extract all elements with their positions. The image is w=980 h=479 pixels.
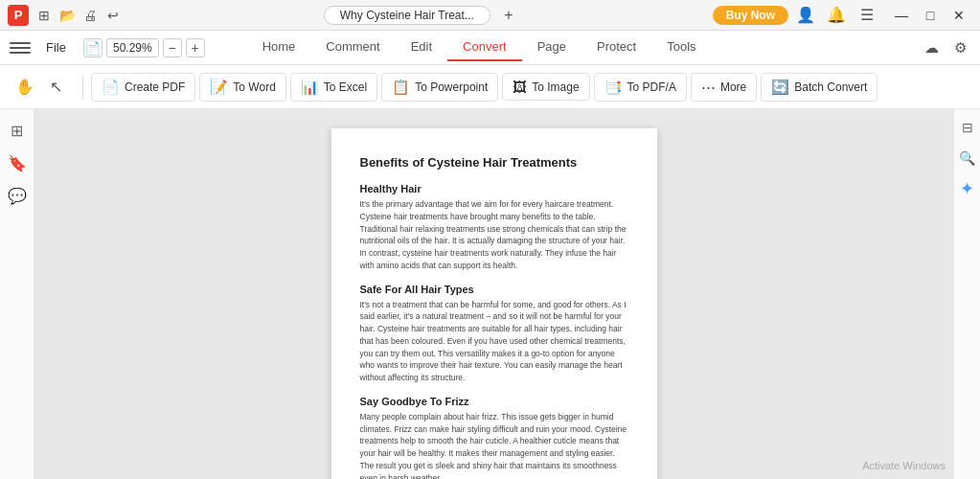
menubar: File 📄 50.29% − + Home Comment Edit Conv… (0, 31, 980, 65)
tab-comment[interactable]: Comment (310, 34, 395, 61)
file-menu[interactable]: File (38, 36, 74, 58)
settings-icon[interactable]: ⚙ (949, 37, 970, 58)
zoom-out-btn[interactable]: − (163, 38, 182, 57)
section-1-title: Safe For All Hair Types (360, 284, 628, 295)
main-content-area: Benefits of Cysteine Hair Treatments Hea… (34, 109, 953, 479)
pdf-page: Benefits of Cysteine Hair Treatments Hea… (331, 128, 657, 479)
sidebar-right: ⊟ 🔍 ✦ (953, 109, 980, 479)
print-btn[interactable]: 🖨 (80, 6, 100, 25)
section-2-text: Many people complain about hair frizz. T… (360, 411, 628, 479)
tab-tools[interactable]: Tools (651, 34, 711, 61)
tab-home[interactable]: Home (247, 34, 311, 61)
section-0: Healthy Hair It's the primary advantage … (360, 183, 628, 272)
batch-convert-icon: 🔄 (771, 79, 789, 96)
section-2: Say Goodbye To Frizz Many people complai… (360, 396, 628, 479)
to-pdfa-btn[interactable]: 📑 To PDF/A (594, 73, 687, 102)
comment-panel-btn[interactable]: 💬 (4, 182, 31, 209)
document-title: Benefits of Cysteine Hair Treatments (360, 155, 628, 170)
more-icon: ⋯ (701, 79, 716, 96)
new-tab-btn2[interactable]: + (498, 5, 519, 26)
create-pdf-btn[interactable]: 📄 Create PDF (91, 73, 195, 102)
tab-protect[interactable]: Protect (581, 34, 651, 61)
buy-now-button[interactable]: Buy Now (713, 6, 788, 25)
open-btn[interactable]: 📂 (57, 6, 77, 25)
tab-title[interactable]: Why Cysteine Hair Treat... (324, 6, 490, 25)
new-tab-btn[interactable]: ⊞ (34, 6, 54, 25)
ai-sparkle-btn[interactable]: ✦ (957, 178, 978, 199)
section-0-text: It's the primary advantage that we aim f… (360, 198, 628, 272)
to-excel-label: To Excel (324, 80, 367, 94)
bell-icon[interactable]: 🔔 (825, 4, 848, 27)
tab-edit[interactable]: Edit (396, 34, 447, 61)
hand-tool[interactable]: ✋ (11, 74, 38, 101)
titlebar: P ⊞ 📂 🖨 ↩ Why Cysteine Hair Treat... + B… (0, 0, 980, 31)
batch-convert-btn[interactable]: 🔄 Batch Convert (761, 73, 877, 102)
to-word-icon: 📝 (210, 79, 228, 96)
toolbar: ✋ ↖ 📄 Create PDF 📝 To Word 📊 To Excel 📋 … (0, 65, 980, 109)
batch-convert-label: Batch Convert (794, 80, 867, 94)
tab-page[interactable]: Page (522, 34, 581, 61)
titlebar-left-controls: ⊞ 📂 🖨 ↩ (34, 6, 123, 25)
to-word-btn[interactable]: 📝 To Word (199, 73, 285, 102)
nav-tabs: Home Comment Edit Convert Page Protect T… (247, 34, 712, 61)
to-pdfa-label: To PDF/A (627, 80, 676, 94)
section-1-text: It's not a treatment that can be harmful… (360, 299, 628, 384)
grid-view-btn[interactable]: ⊟ (957, 117, 978, 138)
zoom-in-btn[interactable]: + (186, 38, 205, 57)
hamburger-menu[interactable] (10, 37, 31, 58)
close-btn[interactable]: ✕ (946, 5, 972, 26)
cloud-icon[interactable]: ☁ (921, 37, 942, 58)
to-excel-icon: 📊 (301, 79, 319, 96)
zoom-value[interactable]: 50.29% (106, 38, 159, 57)
create-pdf-icon: 📄 (102, 79, 120, 96)
section-2-title: Say Goodbye To Frizz (360, 396, 628, 407)
more-label: More (720, 80, 746, 94)
to-image-label: To Image (532, 80, 579, 94)
to-word-label: To Word (233, 80, 275, 94)
section-0-title: Healthy Hair (360, 183, 628, 194)
window-controls: — □ ✕ (888, 5, 972, 26)
maximize-btn[interactable]: □ (917, 5, 944, 26)
menu-icon[interactable]: ☰ (855, 4, 878, 27)
create-pdf-label: Create PDF (125, 80, 185, 94)
account-icon[interactable]: 👤 (794, 4, 817, 27)
bookmark-panel-btn[interactable]: 🔖 (4, 149, 31, 176)
tab-convert[interactable]: Convert (447, 34, 522, 61)
more-btn[interactable]: ⋯ More (691, 73, 757, 102)
select-tool[interactable]: ↖ (42, 74, 69, 101)
tool-cursor-group: ✋ ↖ (11, 74, 69, 101)
to-pdfa-icon: 📑 (604, 79, 623, 96)
zoom-controls: 📄 50.29% − + (83, 38, 205, 57)
to-powerpoint-label: To Powerpoint (415, 80, 488, 94)
to-powerpoint-icon: 📋 (392, 79, 410, 96)
sidebar-left: ⊞ 🔖 💬 (0, 109, 34, 479)
minimize-btn[interactable]: — (888, 5, 915, 26)
undo-btn[interactable]: ↩ (103, 6, 123, 25)
thumbnail-panel-btn[interactable]: ⊞ (4, 117, 31, 144)
section-1: Safe For All Hair Types It's not a treat… (360, 284, 628, 384)
to-powerpoint-btn[interactable]: 📋 To Powerpoint (381, 73, 498, 102)
to-image-btn[interactable]: 🖼 To Image (502, 73, 589, 101)
menubar-right: ☁ ⚙ (921, 37, 970, 58)
page-icon[interactable]: 📄 (83, 38, 103, 57)
app-logo: P (8, 5, 29, 26)
to-excel-btn[interactable]: 📊 To Excel (290, 73, 377, 102)
to-image-icon: 🖼 (513, 79, 527, 95)
titlebar-right: 👤 🔔 ☰ (794, 4, 878, 27)
toolbar-divider1 (82, 75, 83, 100)
search-panel-btn[interactable]: 🔍 (957, 148, 978, 169)
